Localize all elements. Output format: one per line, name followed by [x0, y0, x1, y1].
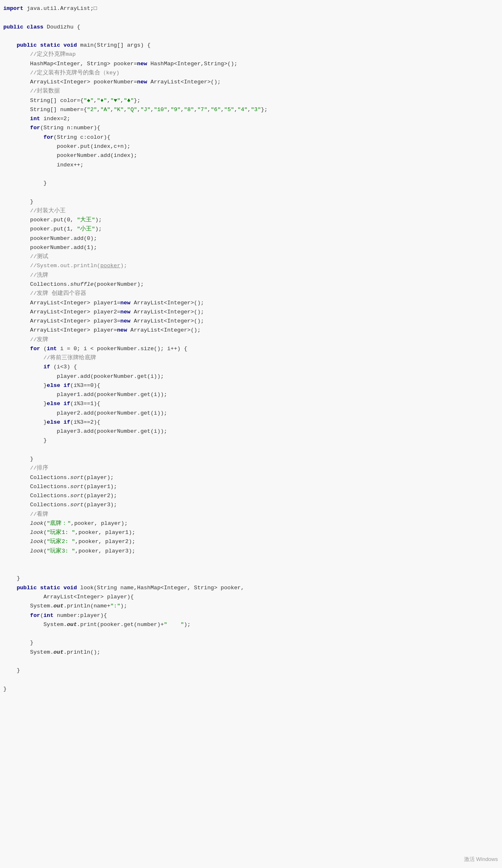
code-line-6: //定义扑克牌map [0, 50, 502, 59]
code-line-62 [0, 565, 502, 574]
code-line-4 [0, 32, 502, 41]
code-line-42: }else if(i%3==0){ [0, 381, 502, 390]
code-line-39: //将前三张牌给底牌 [0, 353, 502, 363]
code-line-3: public class Doudizhu { [0, 23, 502, 32]
code-line-15: for(String c:color){ [0, 133, 502, 142]
code-line-55: Collections.sort(player3); [0, 500, 502, 510]
code-line-21 [0, 188, 502, 197]
code-line-75: } [0, 685, 502, 694]
code-line-30: //洗牌 [0, 271, 502, 280]
code-line-57: look("底牌：",pooker, player); [0, 519, 502, 528]
code-line-41: player.add(pookerNumber.get(i)); [0, 372, 502, 381]
code-line-73: } [0, 666, 502, 675]
code-line-24: pooker.put(0, "大王"); [0, 216, 502, 225]
code-line-50: } [0, 455, 502, 464]
code-line-36: ArrayList<Integer> player=new ArrayList<… [0, 326, 502, 335]
code-line-34: ArrayList<Integer> player2=new ArrayList… [0, 308, 502, 317]
code-line-58: look("玩家1: ",pooker, player1); [0, 528, 502, 537]
code-line-9: ArrayList<Integer> pookerNumber=new Arra… [0, 78, 502, 87]
code-line-44: }else if(i%3==1){ [0, 399, 502, 408]
code-line-12: String[] number={"2","A","K","Q","J","10… [0, 105, 502, 114]
code-line-43: player1.add(pookerNumber.get(i)); [0, 390, 502, 399]
code-line-35: ArrayList<Integer> player3=new ArrayList… [0, 317, 502, 326]
code-line-54: Collections.sort(player2); [0, 491, 502, 500]
code-line-67: for(int number:player){ [0, 611, 502, 620]
code-line-69 [0, 629, 502, 638]
code-line-51: //排序 [0, 464, 502, 473]
code-line-46: }else if(i%3==2){ [0, 418, 502, 427]
code-line-18: index++; [0, 161, 502, 170]
code-line-32: //发牌 创建四个容器 [0, 289, 502, 298]
code-line-53: Collections.sort(player1); [0, 482, 502, 491]
activate-windows-text: 激活 Windows [464, 855, 498, 864]
code-line-33: ArrayList<Integer> player1=new ArrayList… [0, 299, 502, 308]
code-line-68: System.out.print(pooker.get(number)+" ")… [0, 620, 502, 629]
code-line-64: public static void look(String name,Hash… [0, 583, 502, 593]
code-line-38: for (int i = 0; i < pookerNumber.size();… [0, 344, 502, 353]
code-line-1: import java.util.ArrayList;□ [0, 4, 502, 13]
code-line-45: player2.add(pookerNumber.get(i)); [0, 409, 502, 418]
code-line-52: Collections.sort(player); [0, 473, 502, 482]
code-line-66: System.out.println(name+":"); [0, 602, 502, 611]
code-line-25: pooker.put(1, "小王"); [0, 225, 502, 234]
code-line-61 [0, 556, 502, 565]
code-line-27: pookerNumber.add(1); [0, 243, 502, 252]
code-line-10: //封装数据 [0, 87, 502, 96]
code-line-65: ArrayList<Integer> player){ [0, 593, 502, 602]
code-line-29: //System.out.println(pooker); [0, 261, 502, 270]
code-line-14: for(String n:number){ [0, 123, 502, 133]
code-line-72 [0, 657, 502, 666]
code-line-47: player3.add(pookerNumber.get(i)); [0, 427, 502, 436]
code-line-31: Collections.shuffle(pookerNumber); [0, 280, 502, 289]
code-line-2 [0, 13, 502, 22]
code-line-5: public static void main(String[] args) { [0, 41, 502, 50]
code-line-63: } [0, 574, 502, 583]
code-line-74 [0, 675, 502, 684]
code-line-20: } [0, 179, 502, 188]
code-line-48: } [0, 436, 502, 445]
code-line-56: //看牌 [0, 510, 502, 519]
code-line-13: int index=2; [0, 114, 502, 123]
code-line-26: pookerNumber.add(0); [0, 234, 502, 243]
code-line-70: } [0, 638, 502, 647]
code-line-23: //封装大小王 [0, 206, 502, 216]
code-line-49 [0, 446, 502, 455]
code-line-40: if (i<3) { [0, 363, 502, 372]
code-line-8: //定义装有扑克牌号的集合（key) [0, 69, 502, 78]
code-line-60: look("玩家3: ",pooker, player3); [0, 547, 502, 556]
code-line-37: //发牌 [0, 335, 502, 344]
code-line-16: pooker.put(index,c+n); [0, 142, 502, 151]
code-line-28: //测试 [0, 252, 502, 261]
code-line-19 [0, 170, 502, 179]
code-editor: import java.util.ArrayList;□ public clas… [0, 0, 502, 868]
code-line-22: } [0, 197, 502, 206]
code-line-11: String[] color={"♠","♦","♥","♣"}; [0, 96, 502, 105]
code-line-71: System.out.println(); [0, 648, 502, 657]
code-line-17: pookerNumber.add(index); [0, 151, 502, 160]
code-line-7: HashMap<Integer, String> pooker=new Hash… [0, 59, 502, 69]
code-line-59: look("玩家2: ",pooker, player2); [0, 537, 502, 546]
